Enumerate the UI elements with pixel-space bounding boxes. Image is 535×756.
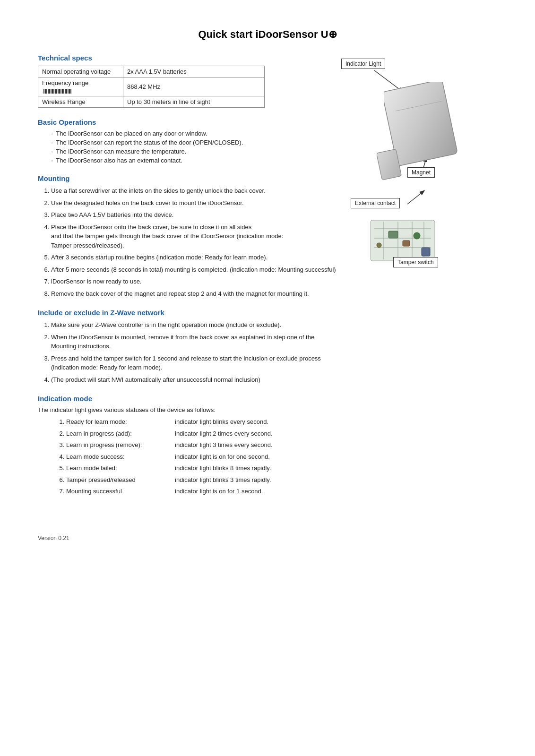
- indication-list: Ready for learn mode: indicator light bl…: [57, 417, 337, 496]
- indication-label: Learn in progress (remove):: [66, 440, 175, 450]
- magnet-label: Magnet: [407, 167, 435, 178]
- spec-label: Wireless Range: [38, 96, 123, 108]
- include-exclude-list: Make sure your Z-Wave controller is in t…: [38, 320, 337, 384]
- svg-rect-20: [403, 241, 410, 246]
- indication-value: indicator light is on for one second.: [175, 452, 337, 462]
- list-item: Remove the back cover of the magnet and …: [51, 289, 337, 299]
- left-column: Technical specs Normal operating voltage…: [38, 54, 337, 507]
- table-row: Normal operating voltage 2x AAA 1,5V bat…: [38, 66, 265, 77]
- indication-value: indicator light is on for 1 second.: [175, 487, 337, 496]
- diagram-area: Indicator Light: [337, 54, 497, 507]
- indication-label: Ready for learn mode:: [66, 417, 175, 427]
- magnet-illustration: [377, 148, 403, 181]
- indication-mode-heading: Indication mode: [38, 395, 337, 403]
- list-item: Mounting successful indicator light is o…: [66, 487, 337, 496]
- spec-label: Normal operating voltage: [38, 66, 123, 77]
- indication-label: Learn mode success:: [66, 452, 175, 462]
- list-item: Place the iDoorSensor onto the back cove…: [51, 223, 337, 250]
- table-row: Frequency range 868.42 MHz: [38, 77, 265, 96]
- indication-label: Mounting successful: [66, 487, 175, 496]
- list-item: Use the designated holes on the back cov…: [51, 198, 337, 208]
- indication-value: indicator light blinks 3 times rapidly.: [175, 475, 337, 485]
- list-item: Use a flat screwdriver at the inlets on …: [51, 186, 337, 196]
- svg-rect-10: [377, 149, 402, 180]
- list-item: Place two AAA 1,5V batteries into the de…: [51, 210, 337, 220]
- list-item: When the iDoorSensor is mounted, remove …: [51, 333, 337, 351]
- list-item: The iDoorSensor can report the status of…: [46, 139, 337, 146]
- spec-value: 2x AAA 1,5V batteries: [123, 66, 265, 77]
- spec-value: Up to 30 meters in line of sight: [123, 96, 265, 108]
- indication-value: indicator light 3 times every second.: [175, 440, 337, 450]
- list-item: Learn mode success: indicator light is o…: [66, 452, 337, 462]
- list-item: After 5 more seconds (8 seconds in total…: [51, 265, 337, 275]
- table-row: Wireless Range Up to 30 meters in line o…: [38, 96, 265, 108]
- list-item: (The product will start NWI automaticall…: [51, 375, 337, 385]
- version-text: Version 0.21: [38, 535, 497, 541]
- indication-value: indicator light blinks every second.: [175, 417, 337, 427]
- list-item: iDoorSensor is now ready to use.: [51, 277, 337, 286]
- svg-point-21: [414, 232, 420, 239]
- technical-specs-heading: Technical specs: [38, 54, 337, 62]
- device-diagram: Indicator Light: [337, 54, 488, 328]
- freq-bars: [43, 87, 71, 94]
- specs-table: Normal operating voltage 2x AAA 1,5V bat…: [38, 66, 265, 108]
- technical-specs-section: Technical specs Normal operating voltage…: [38, 54, 337, 108]
- external-contact-label: External contact: [351, 198, 400, 208]
- list-item: Ready for learn mode: indicator light bl…: [66, 417, 337, 427]
- include-exclude-heading: Include or exclude in Z-Wave network: [38, 309, 337, 317]
- spec-label: Frequency range: [38, 77, 123, 96]
- mounting-heading: Mounting: [38, 174, 337, 182]
- include-exclude-section: Include or exclude in Z-Wave network Mak…: [38, 309, 337, 384]
- svg-point-22: [377, 243, 381, 248]
- list-item: Learn mode failed: indicator light blink…: [66, 464, 337, 473]
- indication-label: Learn in progress (add):: [66, 429, 175, 438]
- list-item: Learn in progress (remove): indicator li…: [66, 440, 337, 450]
- list-item: After 3 seconds startup routine begins (…: [51, 253, 337, 262]
- svg-line-2: [407, 191, 424, 204]
- list-item: Tamper pressed/released indicator light …: [66, 475, 337, 485]
- basic-operations-list: The iDoorSensor can be placed on any doo…: [38, 130, 337, 164]
- list-item: Learn in progress (add): indicator light…: [66, 429, 337, 438]
- svg-rect-19: [388, 231, 398, 238]
- mounting-section: Mounting Use a flat screwdriver at the i…: [38, 174, 337, 298]
- list-item: Press and hold the tamper switch for 1 s…: [51, 354, 337, 372]
- indication-value: indicator light blinks 8 times rapidly.: [175, 464, 337, 473]
- indication-table: Ready for learn mode: indicator light bl…: [38, 417, 337, 496]
- list-item: The iDoorSensor can measure the temperat…: [46, 148, 337, 155]
- mounting-list: Use a flat screwdriver at the inlets on …: [38, 186, 337, 298]
- list-item: The iDoorSensor also has an external con…: [46, 157, 337, 164]
- spec-value: 868.42 MHz: [123, 77, 265, 96]
- list-item: Make sure your Z-Wave controller is in t…: [51, 320, 337, 330]
- indication-intro: The indicator light gives various status…: [38, 406, 337, 413]
- basic-operations-section: Basic Operations The iDoorSensor can be …: [38, 118, 337, 164]
- indication-mode-section: Indication mode The indicator light give…: [38, 395, 337, 496]
- svg-rect-23: [422, 248, 430, 256]
- indication-label: Learn mode failed:: [66, 464, 175, 473]
- magnet-svg: [377, 148, 403, 181]
- tamper-switch-label: Tamper switch: [393, 257, 438, 267]
- basic-operations-heading: Basic Operations: [38, 118, 337, 126]
- page-title: Quick start iDoorSensor U⊕: [38, 28, 497, 41]
- list-item: The iDoorSensor can be placed on any doo…: [46, 130, 337, 137]
- tamper-svg: [370, 219, 436, 262]
- indication-label: Tamper pressed/released: [66, 475, 175, 485]
- tamper-illustration: [370, 219, 436, 262]
- indication-value: indicator light 2 times every second.: [175, 429, 337, 438]
